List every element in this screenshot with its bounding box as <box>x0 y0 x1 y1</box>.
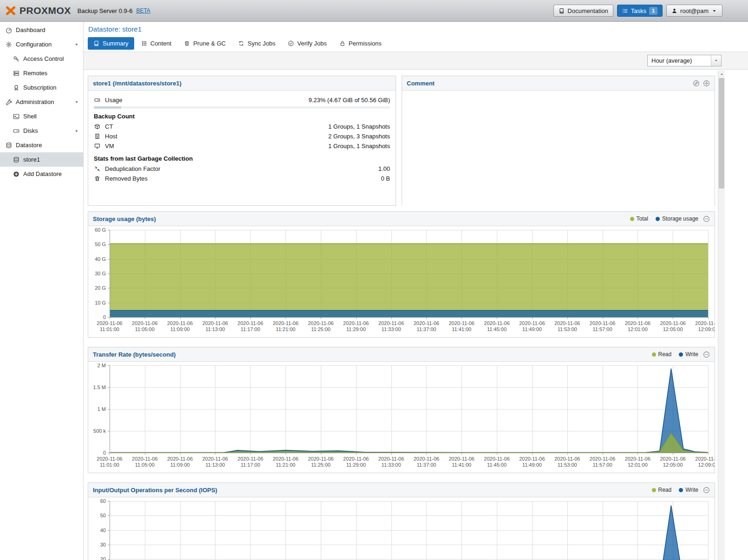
toolbar: Hour (average) <box>84 52 748 70</box>
svg-text:500 k: 500 k <box>93 428 106 434</box>
tab-sync-jobs[interactable]: Sync Jobs <box>233 37 281 50</box>
tab-label: Verify Jobs <box>297 40 327 47</box>
sidebar-item-access-control[interactable]: Access Control <box>0 52 83 66</box>
comment-panel-body <box>402 91 715 206</box>
legend-item-read[interactable]: Read <box>652 351 672 358</box>
collapse-icon[interactable] <box>703 487 710 494</box>
sidebar-item-remotes[interactable]: Remotes <box>0 66 83 80</box>
chart-plot: 010 G20 G30 G40 G50 G60 G2020-11-0611:01… <box>88 226 715 337</box>
svg-text:2020-11-06: 2020-11-06 <box>132 320 157 326</box>
database-icon <box>13 156 20 163</box>
user-menu-button[interactable]: root@pam <box>666 5 722 17</box>
svg-text:12:01:00: 12:01:00 <box>628 462 648 468</box>
scrollbar-thumb[interactable] <box>719 78 724 189</box>
chart-plot: 01020304050602020-11-0611:01:002020-11-0… <box>88 497 715 560</box>
stat-row-host: Host2 Groups, 3 Snapshots <box>94 131 390 141</box>
chevron-down-icon[interactable] <box>74 42 79 47</box>
legend-dot-icon <box>679 488 683 492</box>
key-icon <box>13 56 20 62</box>
sidebar-item-configuration[interactable]: Configuration <box>0 37 83 52</box>
legend-dot-icon <box>652 352 656 357</box>
sidebar-item-add-datastore[interactable]: Add Datastore <box>0 167 83 181</box>
cube-icon <box>94 124 101 130</box>
svg-text:11:25:00: 11:25:00 <box>311 326 331 332</box>
scroll-up-icon[interactable] <box>718 71 725 78</box>
usage-label: Usage <box>105 97 123 104</box>
tasks-badge: 1 <box>649 7 657 15</box>
sidebar-item-disks[interactable]: Disks <box>0 124 83 138</box>
documentation-button[interactable]: Documentation <box>553 5 613 17</box>
database-icon <box>6 142 12 149</box>
svg-text:11:45:00: 11:45:00 <box>487 326 507 332</box>
svg-text:11:29:00: 11:29:00 <box>346 326 366 332</box>
svg-text:2020-11-06: 2020-11-06 <box>660 320 685 326</box>
sidebar-item-dashboard[interactable]: Dashboard <box>0 23 83 37</box>
collapse-icon[interactable] <box>703 351 710 358</box>
legend-item-write[interactable]: Write <box>679 487 698 493</box>
legend-dot-icon <box>656 217 660 221</box>
tab-summary[interactable]: Summary <box>88 37 134 50</box>
legend-item-total[interactable]: Total <box>630 215 648 222</box>
scrollbar[interactable] <box>718 71 725 560</box>
legend-item-write[interactable]: Write <box>679 351 698 358</box>
combo-trigger-icon[interactable] <box>711 55 721 66</box>
sidebar-item-label: Subscription <box>23 84 57 91</box>
svg-text:11:41:00: 11:41:00 <box>452 326 471 332</box>
tab-content[interactable]: Content <box>136 37 177 50</box>
sidebar-item-shell[interactable]: Shell <box>0 109 83 124</box>
svg-text:60: 60 <box>100 498 106 504</box>
svg-text:2020-11-06: 2020-11-06 <box>449 320 475 326</box>
sidebar-item-administration[interactable]: Administration <box>0 95 83 109</box>
svg-text:12:09:00: 12:09:00 <box>698 326 715 332</box>
gc-stats-rows: Deduplication Factor1.00Removed Bytes0 B <box>94 164 390 183</box>
legend-item-storage-usage[interactable]: Storage usage <box>656 215 698 222</box>
legend-item-read[interactable]: Read <box>652 487 672 493</box>
chart-plot: 0500 k1 M1.5 M2 M2020-11-0611:01:002020-… <box>88 362 715 473</box>
trash-icon <box>184 40 190 46</box>
gc-stats-title: Stats from last Garbage Collection <box>94 155 390 162</box>
stat-row-deduplication-factor: Deduplication Factor1.00 <box>94 164 390 174</box>
svg-text:2 M: 2 M <box>98 363 106 368</box>
book-icon <box>559 8 565 14</box>
documentation-label: Documentation <box>567 7 608 14</box>
header-actions: Documentation Tasks 1 root@pam <box>553 5 722 17</box>
gear-icon[interactable] <box>703 80 710 87</box>
edit-comment-icon[interactable] <box>693 80 700 87</box>
usage-value: 9.23% (4.67 GiB of 50.56 GiB) <box>308 97 390 104</box>
server-icon <box>13 70 20 77</box>
sidebar-item-label: Add Datastore <box>23 170 62 177</box>
proxmox-logo-icon <box>5 5 17 16</box>
tab-verify-jobs[interactable]: Verify Jobs <box>282 37 332 50</box>
stat-label: Removed Bytes <box>105 175 148 182</box>
svg-text:2020-11-06: 2020-11-06 <box>238 320 263 326</box>
ribbon-icon <box>13 85 20 91</box>
chevron-right-icon[interactable] <box>74 129 79 133</box>
svg-text:40: 40 <box>100 527 106 533</box>
chevron-down-icon[interactable] <box>74 100 79 104</box>
legend-label: Total <box>637 215 648 222</box>
tab-prune-gc[interactable]: Prune & GC <box>178 37 231 50</box>
beta-link[interactable]: BETA <box>136 7 150 14</box>
sidebar-item-store1[interactable]: store1 <box>0 152 83 167</box>
summary-panel-header: store1 (/mnt/datastores/store1) <box>88 76 396 91</box>
tasks-button[interactable]: Tasks 1 <box>617 5 663 17</box>
svg-text:2020-11-06: 2020-11-06 <box>414 456 439 462</box>
stat-value: 1.00 <box>378 165 390 172</box>
sidebar: DashboardConfigurationAccess ControlRemo… <box>0 22 84 560</box>
sidebar-item-datastore[interactable]: Datastore <box>0 138 83 152</box>
svg-text:2020-11-06: 2020-11-06 <box>625 320 650 326</box>
svg-text:2020-11-06: 2020-11-06 <box>343 456 369 462</box>
svg-text:2020-11-06: 2020-11-06 <box>167 456 193 462</box>
chart-panel-header: Input/Output Operations per Second (IOPS… <box>88 483 715 497</box>
sidebar-item-subscription[interactable]: Subscription <box>0 80 83 95</box>
stat-value: 2 Groups, 3 Snapshots <box>328 133 390 140</box>
svg-text:11:41:00: 11:41:00 <box>452 462 471 468</box>
svg-text:11:33:00: 11:33:00 <box>382 462 401 468</box>
timeframe-select[interactable]: Hour (average) <box>647 55 722 66</box>
legend-dot-icon <box>630 217 634 221</box>
tab-permissions[interactable]: Permissions <box>334 37 387 50</box>
svg-text:2020-11-06: 2020-11-06 <box>308 456 333 462</box>
sidebar-item-label: Shell <box>23 113 37 120</box>
collapse-icon[interactable] <box>703 215 710 222</box>
svg-text:11:21:00: 11:21:00 <box>276 326 295 332</box>
